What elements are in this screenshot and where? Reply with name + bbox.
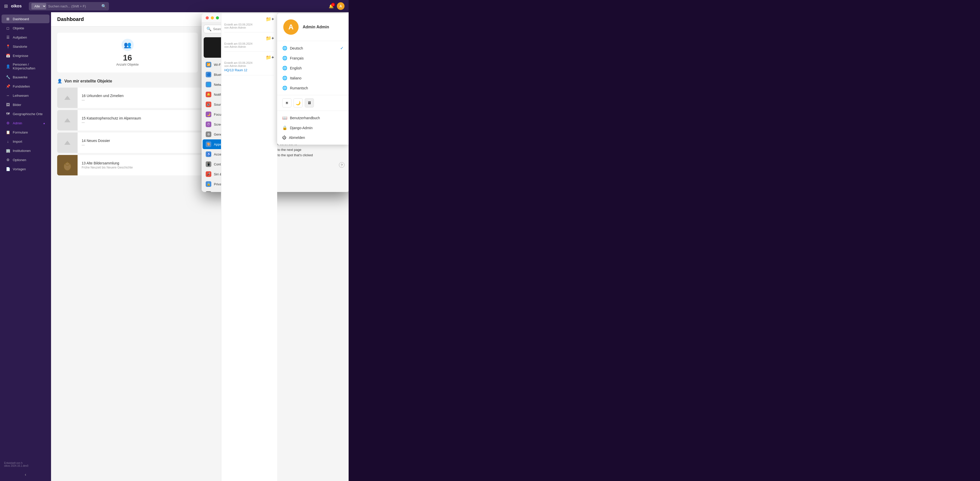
globe-icon: 🌐 — [282, 65, 287, 70]
fundstellen-icon: 📌 — [6, 84, 10, 89]
geoorte-icon: 🗺 — [6, 111, 10, 116]
aufgaben-icon: ☰ — [6, 35, 10, 40]
activity-item-3: 📁+ Erstellt am 03.06.2024 von Admin Admi… — [224, 55, 274, 75]
lang-it[interactable]: 🌐 Italiano — [277, 73, 348, 83]
svg-rect-0 — [66, 97, 69, 100]
list-item-info: 15 Katastrophenschutz im Alpenraum — — [78, 113, 145, 127]
benutzer-link[interactable]: 📖 Benutzerhandbuch — [277, 113, 348, 123]
lang-en[interactable]: 🌐 English — [277, 63, 348, 73]
sidebar-item-objekte[interactable]: ◻ Objekte — [2, 24, 49, 32]
lang-fr[interactable]: 🌐 Français — [277, 53, 348, 63]
sidebar-item-ereignisse[interactable]: 📅 Ereignisse — [2, 51, 49, 60]
admin-icon: ⚙ — [6, 121, 10, 125]
file-icon[interactable]: 📁+ — [266, 35, 274, 41]
sidebar-item-bauwerke[interactable]: 🔧 Bauwerke — [2, 73, 49, 81]
search-dropdown[interactable]: Alle — [32, 3, 46, 10]
sidebar-item-dashboard[interactable]: ⊞ Dashboard — [2, 14, 49, 23]
activity-item-2: 📁+ Erstellt am 03.06.2024 von Admin Admi… — [224, 35, 274, 52]
sidebar-item-geoorte[interactable]: 🗺 Geographische Orte — [2, 110, 49, 118]
general-icon: ⚙ — [206, 132, 211, 137]
mac-search-icon: 🔍 — [207, 27, 212, 32]
created-label-2: Erstellt am 03.06.2024 — [224, 42, 274, 45]
wifi-icon: 📶 — [206, 62, 211, 67]
stat-number: 16 — [123, 53, 132, 62]
list-item-info: 14 Neues Dossier — — [78, 135, 114, 150]
focus-icon: 🌙 — [206, 111, 211, 117]
standorte-icon: 📍 — [6, 44, 10, 49]
grid-icon[interactable]: ⊞ — [4, 3, 8, 9]
user-avatar[interactable]: A — [337, 2, 345, 10]
globe-icon: 🌐 — [282, 76, 287, 80]
vorlagen-icon: 📄 — [6, 167, 10, 171]
django-link[interactable]: 🔒 Django-Admin — [277, 123, 348, 133]
sidebar-item-optionen[interactable]: ⚙ Optionen — [2, 156, 49, 164]
sidebar-footer: Entwickelt von h oikos 2024.16.1.dev0 — [0, 459, 51, 470]
sound-icon: 🔊 — [206, 102, 211, 107]
accessibility-icon: ♿ — [206, 151, 211, 157]
lang-de[interactable]: 🌐 Deutsch ✓ — [277, 43, 348, 53]
search-wrapper: Alle 🔍 — [29, 2, 109, 11]
notification-badge[interactable]: 🔔 1 — [329, 4, 334, 9]
import-icon: ↓ — [6, 139, 10, 144]
lang-rm[interactable]: 🌐 Rumantsch — [277, 83, 348, 93]
abmelden-link[interactable]: ⏻ Abmelden — [277, 133, 348, 142]
user-dropdown: A Admin Admin 🌐 Deutsch ✓ 🌐 Français 🌐 E… — [277, 13, 348, 145]
search-input[interactable] — [48, 4, 99, 8]
by-label-1: von Admin Admin — [224, 26, 274, 29]
privacy-icon: 🔒 — [206, 181, 211, 187]
sidebar-item-import[interactable]: ↓ Import — [2, 137, 49, 146]
list-item-thumbnail — [57, 155, 78, 175]
theme-moon-button[interactable]: 🌙 — [293, 98, 303, 107]
list-item-info: 13 Alte Bildersammlung Frühe Neuzeit bis… — [78, 158, 137, 172]
list-item-thumbnail — [57, 88, 78, 108]
sidebar-collapse-button[interactable]: ‹ — [0, 470, 51, 479]
sidebar-item-standorte[interactable]: 📍 Standorte — [2, 42, 49, 51]
mac-maximize-button[interactable] — [216, 16, 219, 19]
badge-count: 1 — [331, 3, 335, 6]
by-label-2: von Admin Admin — [224, 45, 274, 48]
theme-monitor-button[interactable]: 🖥 — [305, 98, 314, 107]
sidebar-item-admin[interactable]: ⚙ Admin ▲ — [2, 119, 49, 127]
admin-chevron: ▲ — [43, 122, 45, 124]
shield-icon: 🔒 — [282, 125, 287, 130]
screentime-icon: ⏱ — [206, 121, 211, 127]
sidebar-item-vorlagen[interactable]: 📄 Vorlagen — [2, 165, 49, 174]
bilder-icon: 🖼 — [6, 102, 10, 107]
user-name: Admin Admin — [303, 25, 329, 29]
siri-icon: 🎤 — [206, 171, 211, 177]
mac-close-button[interactable] — [206, 16, 209, 19]
list-item-thumbnail — [57, 132, 78, 153]
sidebar-item-formulare[interactable]: 📋 Formulare — [2, 128, 49, 137]
sidebar-item-institutionen[interactable]: 🏢 Institutionen — [2, 146, 49, 155]
sidebar-item-personen[interactable]: 👤 Personen / Körperschaften — [2, 61, 49, 72]
network-icon: 🌐 — [206, 82, 211, 87]
created-label-1: Erstellt am 03.06.2024 — [224, 23, 274, 26]
desktop-icon: 🖥 — [206, 191, 211, 192]
notifications-icon: 🔔 — [206, 92, 211, 97]
theme-sun-button[interactable]: ☀ — [282, 98, 291, 107]
sidebar-item-aufgaben[interactable]: ☰ Aufgaben — [2, 33, 49, 41]
globe-icon: 🌐 — [282, 46, 287, 51]
sidebar-item-fundstellen[interactable]: 📌 Fundstellen — [2, 82, 49, 91]
mac-minimize-button[interactable] — [211, 16, 214, 19]
ereignisse-icon: 📅 — [6, 53, 10, 58]
svg-point-4 — [65, 162, 69, 166]
location-link[interactable]: HQ/12/ Raum 12 — [224, 68, 274, 72]
stat-label: Anzahl Objekte — [116, 62, 138, 66]
leihwesen-icon: ↔ — [6, 93, 10, 98]
help-button[interactable]: ? — [339, 162, 345, 168]
topbar-right: 🔔 1 A — [329, 2, 345, 10]
sidebar-item-bilder[interactable]: 🖼 Bilder — [2, 100, 49, 109]
dropdown-links: 📖 Benutzerhandbuch 🔒 Django-Admin ⏻ Abme… — [277, 111, 348, 145]
file-icon[interactable]: 📁+ — [266, 16, 274, 22]
bluetooth-icon: 🔵 — [206, 72, 211, 77]
file-icon[interactable]: 📁+ — [266, 55, 274, 60]
activity-panel: 📁+ Erstellt am 03.06.2024 von Admin Admi… — [221, 13, 277, 481]
search-icon: 🔍 — [101, 4, 107, 9]
stat-card-objekte: 👥 16 Anzahl Objekte — [57, 33, 198, 73]
svg-rect-1 — [66, 120, 69, 122]
globe-icon: 🌐 — [282, 86, 287, 91]
sidebar-item-leihwesen[interactable]: ↔ Leihwesen — [2, 91, 49, 100]
controlcentre-icon: 📱 — [206, 161, 211, 167]
user-avatar-large: A — [283, 19, 299, 35]
